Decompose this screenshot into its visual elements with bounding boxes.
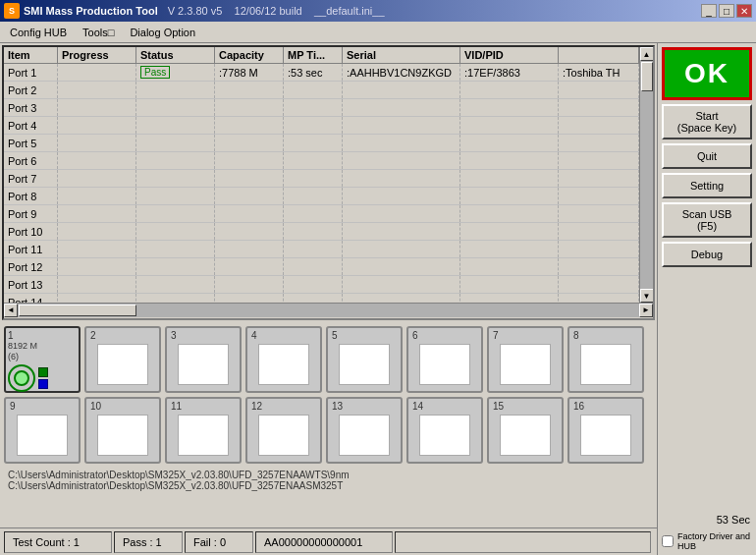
td-progress <box>58 64 136 81</box>
td-vidpid <box>460 223 559 240</box>
td-serial <box>343 276 460 293</box>
table-scrollbar-h[interactable]: ◄ ► <box>4 303 653 316</box>
td-status <box>136 135 215 151</box>
table-row: Port 10 <box>4 223 639 241</box>
td-extra <box>559 117 639 134</box>
td-progress <box>58 170 136 187</box>
app-title: SMI Mass Production Tool <box>24 5 158 17</box>
td-status <box>136 223 215 240</box>
td-item: Port 10 <box>4 223 58 240</box>
menu-bar: Config HUB Tools□ Dialog Option <box>0 22 756 43</box>
td-extra <box>559 276 639 293</box>
port-1-icon <box>8 364 35 392</box>
td-status <box>136 82 215 98</box>
quit-button[interactable]: Quit <box>662 143 752 169</box>
scrollbar-thumb[interactable] <box>641 62 653 91</box>
table-row: Port 8 <box>4 188 639 205</box>
table-body: Port 1 Pass :7788 M :53 sec :AAHHBV1CN9Z… <box>4 64 639 303</box>
spacer <box>662 271 752 510</box>
td-extra: :Toshiba TH <box>559 64 639 81</box>
td-progress <box>58 152 136 169</box>
port-13-number: 13 <box>332 401 343 412</box>
maximize-button[interactable]: □ <box>719 4 734 18</box>
port-9-inner <box>17 415 68 456</box>
td-capacity <box>215 205 284 222</box>
scan-usb-button[interactable]: Scan USB(F5) <box>662 202 752 238</box>
menu-tools[interactable]: Tools□ <box>75 25 122 40</box>
table-row: Port 7 <box>4 170 639 188</box>
td-progress <box>58 276 136 293</box>
port-2-inner <box>97 344 148 385</box>
fail-count: Fail : 0 <box>185 531 253 553</box>
port-cell-16: 16 <box>567 397 644 464</box>
ok-button[interactable]: OK <box>662 47 752 100</box>
pass-badge: Pass <box>140 66 170 79</box>
td-vidpid <box>460 117 559 134</box>
port-5-number: 5 <box>332 330 338 341</box>
td-item: Port 5 <box>4 135 58 151</box>
port-12-number: 12 <box>251 401 262 412</box>
factory-checkbox[interactable] <box>662 535 674 547</box>
port-11-inner <box>178 415 229 456</box>
hscrollbar-track[interactable] <box>18 304 639 317</box>
td-status <box>136 276 215 293</box>
port-cell-14: 14 <box>406 397 483 464</box>
table-scroll[interactable]: Item Progress Status Capacity MP Ti... S… <box>4 47 639 303</box>
table-scrollbar-v[interactable]: ▲ ▼ <box>639 47 653 303</box>
td-status <box>136 258 215 275</box>
td-serial: :AAHHBV1CN9ZKGD <box>343 64 460 81</box>
port-7-inner <box>500 344 551 385</box>
td-vidpid <box>460 241 559 257</box>
td-extra <box>559 205 639 222</box>
td-progress <box>58 82 136 98</box>
td-vidpid <box>460 135 559 151</box>
scroll-up-button[interactable]: ▲ <box>640 47 654 61</box>
td-mptime <box>284 276 343 293</box>
close-button[interactable]: ✕ <box>736 4 752 18</box>
td-progress <box>58 117 136 134</box>
port-10-inner <box>97 415 148 456</box>
td-status <box>136 294 215 303</box>
hscrollbar-thumb[interactable] <box>19 305 136 316</box>
scroll-left-button[interactable]: ◄ <box>4 304 18 317</box>
port-15-number: 15 <box>493 401 504 412</box>
td-vidpid: :17EF/3863 <box>460 64 559 81</box>
td-item: Port 6 <box>4 152 58 169</box>
td-mptime <box>284 117 343 134</box>
start-button[interactable]: Start(Space Key) <box>662 104 752 139</box>
port-cell-10: 10 <box>84 397 161 464</box>
td-status <box>136 188 215 204</box>
table-row: Port 2 <box>4 82 639 99</box>
scroll-down-button[interactable]: ▼ <box>640 289 654 303</box>
port-cell-13: 13 <box>326 397 403 464</box>
td-mptime <box>284 258 343 275</box>
menu-dialog-option[interactable]: Dialog Option <box>122 25 203 40</box>
port-10-number: 10 <box>90 401 101 412</box>
port-cell-5: 5 <box>326 326 403 393</box>
td-serial <box>343 117 460 134</box>
td-mptime <box>284 223 343 240</box>
minimize-button[interactable]: _ <box>701 4 717 18</box>
scrollbar-track[interactable] <box>640 61 654 289</box>
scroll-right-button[interactable]: ► <box>639 304 653 317</box>
td-mptime <box>284 82 343 98</box>
td-capacity <box>215 170 284 187</box>
port-table-area: Item Progress Status Capacity MP Ti... S… <box>2 45 655 320</box>
td-serial <box>343 223 460 240</box>
port-12-inner <box>258 415 309 456</box>
debug-button[interactable]: Debug <box>662 242 752 267</box>
td-capacity <box>215 223 284 240</box>
menu-config-hub[interactable]: Config HUB <box>2 25 75 40</box>
setting-button[interactable]: Setting <box>662 173 752 198</box>
td-extra <box>559 82 639 98</box>
td-mptime: :53 sec <box>284 64 343 81</box>
serial-display: AA00000000000001 <box>255 531 393 553</box>
td-mptime <box>284 99 343 116</box>
td-mptime <box>284 170 343 187</box>
td-serial <box>343 152 460 169</box>
td-vidpid <box>460 99 559 116</box>
table-header: Item Progress Status Capacity MP Ti... S… <box>4 47 639 64</box>
port-14-inner <box>419 415 470 456</box>
col-vidpid: VID/PID <box>460 47 559 63</box>
td-status <box>136 99 215 116</box>
